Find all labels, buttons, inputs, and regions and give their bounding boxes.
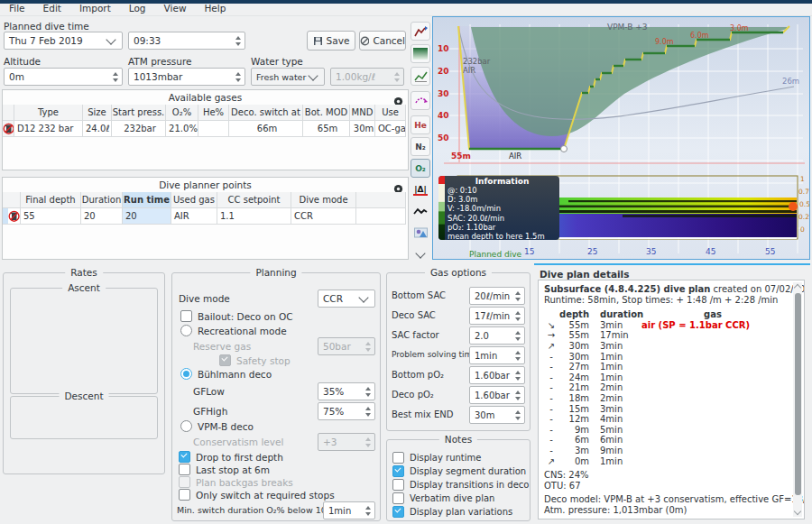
cell-dive-mode[interactable]: CCR	[291, 208, 356, 225]
dive-plan-details-text[interactable]: Subsurface (4.8.4.225) dive plan created…	[538, 280, 805, 519]
display-runtime-checkbox[interactable]: Display runtime	[392, 452, 481, 464]
dive-mode-combobox[interactable]: CCR	[318, 290, 375, 308]
show-events-button[interactable]	[411, 91, 430, 110]
spinner-arrows[interactable]	[231, 32, 245, 49]
last-stop-6m-checkbox[interactable]: Last stop at 6m	[179, 464, 270, 475]
chevron-down-icon	[358, 292, 368, 302]
verbatim-dive-plan-checkbox[interactable]: Verbatim dive plan	[392, 492, 494, 504]
menu-view[interactable]: View	[155, 3, 196, 14]
show-increments-button[interactable]	[411, 67, 430, 86]
cell-final-depth[interactable]: 55	[21, 208, 81, 225]
gases-table: Type Size Start press. O₂% He% Deco. swi…	[3, 105, 406, 137]
cell-o2[interactable]: 21.0%	[166, 121, 198, 137]
problem-solving-time-spinner[interactable]: 1min	[469, 346, 525, 364]
plan-row: ↘55m3minair (SP = 1.1bar CCR)	[544, 320, 789, 331]
cell-cc-setpoint[interactable]: 1.1	[217, 208, 291, 225]
buhlmann-deco-radio[interactable]: Bühlmann deco	[180, 368, 272, 380]
scrollbar-thumb[interactable]	[795, 293, 801, 495]
show-photos-button[interactable]	[411, 223, 430, 242]
save-button[interactable]: Save	[307, 31, 355, 51]
tank-gas-label: AIR	[463, 66, 475, 75]
menu-help[interactable]: Help	[195, 3, 235, 14]
cell-type[interactable]: D12 232 bar	[14, 121, 83, 137]
deco-sac-spinner[interactable]: 17ℓ/min	[469, 307, 525, 325]
bottom-po2-spinner[interactable]: 1.60bar	[469, 366, 525, 384]
po2-tick-05: 0.5	[799, 200, 809, 208]
plan-table-header: depthdurationgas	[544, 309, 789, 320]
dc-ceiling-button[interactable]: |Δ|	[411, 180, 430, 199]
dive-date-combobox[interactable]: Thu 7 Feb 2019	[4, 32, 123, 50]
plan-row: -27m1min	[544, 362, 789, 372]
cell-mnd[interactable]: 30m	[350, 121, 375, 137]
plan-scrollbar[interactable]	[793, 282, 802, 517]
cell-deco-switch[interactable]: 66m	[229, 121, 303, 137]
delete-point-button[interactable]	[3, 208, 21, 225]
best-mix-end-spinner[interactable]: 30m	[469, 406, 525, 424]
points-table: Final depth Duration Run time Used gas C…	[3, 192, 406, 225]
heartrate-icon	[413, 207, 428, 216]
profile-increments-icon	[414, 70, 428, 82]
cell-use[interactable]: OC-gas	[375, 121, 406, 137]
he-graph-button[interactable]: He	[411, 115, 430, 134]
altitude-label: Altitude	[4, 56, 41, 67]
plan-deco-model: Deco model: VPM-B at +3 conservatism, ef…	[544, 494, 789, 505]
drop-to-first-depth-checkbox[interactable]: Drop to first depth	[179, 451, 283, 463]
photos-icon	[414, 227, 428, 238]
cancel-button[interactable]: Cancel	[359, 31, 406, 51]
problem-solving-time-label: Problem solving time	[392, 350, 477, 359]
display-segment-duration-checkbox[interactable]: Display segment duration	[392, 465, 526, 477]
water-density-spinner: 1.00kg/ℓ	[330, 68, 404, 86]
dive-profile-chart[interactable]: VPM-B +3 10 20 30 40 50 55m 232bar AIR A…	[432, 16, 810, 260]
gfhigh-spinner[interactable]: 75%	[318, 402, 375, 420]
menu-import[interactable]: Import	[70, 3, 120, 14]
show-ceiling-button[interactable]	[411, 44, 430, 63]
cell-size[interactable]: 24.0ℓ	[83, 121, 112, 137]
water-type-combobox[interactable]: Fresh water (1.00kg/ℓ)	[251, 68, 325, 86]
menu-log[interactable]: Log	[120, 3, 155, 14]
bailout-checkbox[interactable]: Bailout: Deco on OC	[180, 310, 293, 322]
gflow-spinner[interactable]: 35%	[318, 382, 375, 400]
atm-pressure-spinner[interactable]: 1013mbar	[128, 68, 245, 86]
col-used-gas: Used gas	[171, 192, 217, 208]
scroll-up-icon[interactable]	[794, 284, 801, 291]
bottom-sac-spinner[interactable]: 20ℓ/min	[469, 287, 525, 305]
dive-time-spinner[interactable]: 09:33	[128, 32, 245, 50]
display-transitions-checkbox[interactable]: Display transitions in deco	[392, 479, 529, 491]
vpmb-deco-radio[interactable]: VPM-B deco	[180, 420, 254, 432]
menu-edit[interactable]: Edit	[34, 3, 70, 14]
available-gases-title: Available gases	[3, 92, 408, 103]
n2-graph-button[interactable]: N₂	[411, 137, 430, 156]
gfhigh-label: GFHigh	[193, 406, 227, 417]
o2-graph-button[interactable]: O₂	[411, 159, 430, 178]
n2-graph-icon: N₂	[415, 142, 425, 152]
display-plan-variations-checkbox[interactable]: Display plan variations	[392, 506, 512, 518]
cell-bot-mod[interactable]: 65m	[303, 121, 350, 137]
reserve-gas-label: Reserve gas	[193, 341, 251, 352]
events-icon	[414, 95, 428, 106]
plan-atm-pressure: Atm. pressure: 1,013mbar (0m)	[544, 505, 789, 516]
cell-used-gas[interactable]: AIR	[171, 208, 217, 225]
edit-dive-button[interactable]	[411, 22, 430, 41]
only-switch-required-checkbox[interactable]: Only switch at required stops	[179, 489, 335, 501]
altitude-spinner[interactable]: 0m	[4, 68, 123, 86]
sac-factor-spinner[interactable]: 2.0	[469, 326, 525, 345]
cell-run-time[interactable]: 20	[123, 208, 171, 225]
cell-he[interactable]	[198, 121, 229, 137]
delete-gas-button[interactable]	[3, 121, 14, 137]
collapse-toolbar-button[interactable]	[411, 245, 430, 264]
heartrate-button[interactable]	[411, 202, 430, 221]
po2-tick-025: 0.25	[798, 213, 809, 221]
recreational-mode-radio[interactable]: Recreational mode	[180, 325, 287, 336]
cell-start-press[interactable]: 232bar	[112, 121, 166, 137]
menu-file[interactable]: File	[0, 3, 34, 14]
scroll-down-icon[interactable]	[794, 508, 801, 515]
plan-panel-accent-line	[534, 263, 810, 265]
depth-tick-40: 40	[438, 111, 449, 120]
sac-factor-label: SAC factor	[392, 330, 439, 340]
cell-duration[interactable]: 20	[81, 208, 123, 225]
time-tick-55: 55	[765, 247, 775, 256]
planned-dive-time-label: Planned dive time	[4, 21, 89, 32]
min-switch-duration-spinner[interactable]: 1min	[323, 501, 375, 519]
deco-po2-spinner[interactable]: 1.60bar	[469, 386, 525, 404]
window-top-edge	[0, 0, 812, 4]
